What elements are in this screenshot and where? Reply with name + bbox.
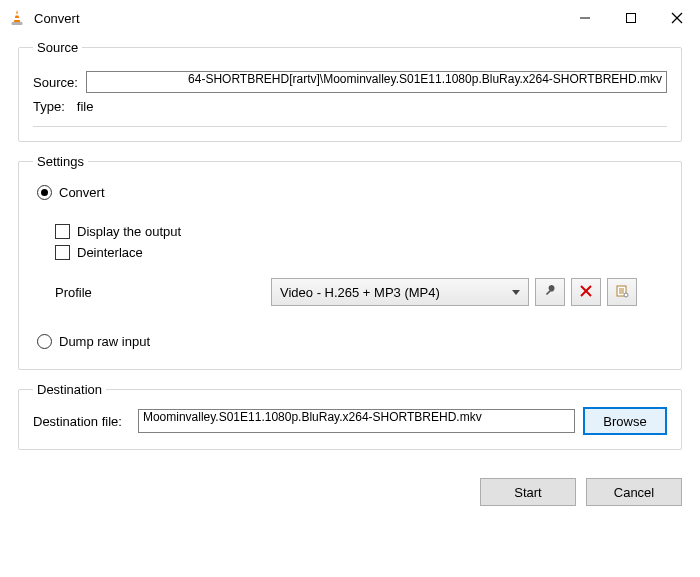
- window-title: Convert: [34, 11, 562, 26]
- new-profile-icon: [615, 284, 629, 301]
- maximize-button[interactable]: [608, 2, 654, 34]
- settings-group: Settings Convert Display the output Dein…: [18, 154, 682, 370]
- convert-radio-label: Convert: [59, 185, 105, 200]
- start-button-label: Start: [514, 485, 541, 500]
- svg-line-7: [672, 13, 682, 23]
- close-button[interactable]: [654, 2, 700, 34]
- minimize-button[interactable]: [562, 2, 608, 34]
- profile-edit-button[interactable]: [535, 278, 565, 306]
- dump-raw-label: Dump raw input: [59, 334, 150, 349]
- source-input[interactable]: 64-SHORTBREHD[rartv]\Moominvalley.S01E11…: [86, 71, 667, 93]
- checkbox-icon: [55, 224, 70, 239]
- window-controls: [562, 2, 700, 34]
- titlebar: Convert: [0, 0, 700, 36]
- profile-value: Video - H.265 + MP3 (MP4): [280, 285, 440, 300]
- svg-line-6: [672, 13, 682, 23]
- radio-selected-icon: [37, 185, 52, 200]
- dump-raw-radio[interactable]: Dump raw input: [37, 334, 667, 349]
- delete-x-icon: [580, 285, 592, 300]
- radio-unselected-icon: [37, 334, 52, 349]
- display-output-label: Display the output: [77, 224, 181, 239]
- destination-file-input[interactable]: Moominvalley.S01E11.1080p.BluRay.x264-SH…: [138, 409, 575, 433]
- svg-rect-3: [12, 22, 23, 25]
- type-label: Type:: [33, 99, 65, 114]
- vlc-icon: [8, 9, 26, 27]
- start-button[interactable]: Start: [480, 478, 576, 506]
- settings-legend: Settings: [33, 154, 88, 169]
- svg-marker-0: [14, 10, 21, 23]
- svg-rect-2: [14, 18, 20, 20]
- browse-button-label: Browse: [603, 414, 646, 429]
- wrench-icon: [543, 284, 557, 301]
- deinterlace-label: Deinterlace: [77, 245, 143, 260]
- profile-combobox[interactable]: Video - H.265 + MP3 (MP4): [271, 278, 529, 306]
- svg-rect-5: [627, 14, 636, 23]
- deinterlace-checkbox[interactable]: Deinterlace: [55, 245, 667, 260]
- profile-delete-button[interactable]: [571, 278, 601, 306]
- checkbox-icon: [55, 245, 70, 260]
- source-label: Source:: [33, 75, 78, 90]
- convert-radio[interactable]: Convert: [37, 185, 667, 200]
- source-divider: [33, 126, 667, 127]
- profile-label: Profile: [55, 285, 265, 300]
- destination-legend: Destination: [33, 382, 106, 397]
- svg-point-14: [624, 293, 628, 297]
- display-output-checkbox[interactable]: Display the output: [55, 224, 667, 239]
- browse-button[interactable]: Browse: [583, 407, 667, 435]
- profile-new-button[interactable]: [607, 278, 637, 306]
- source-legend: Source: [33, 40, 82, 55]
- destination-file-label: Destination file:: [33, 414, 122, 429]
- type-value: file: [77, 99, 94, 114]
- svg-rect-1: [15, 14, 19, 16]
- source-group: Source Source: 64-SHORTBREHD[rartv]\Moom…: [18, 40, 682, 142]
- dialog-footer: Start Cancel: [0, 476, 700, 506]
- cancel-button-label: Cancel: [614, 485, 654, 500]
- cancel-button[interactable]: Cancel: [586, 478, 682, 506]
- destination-group: Destination Destination file: Moominvall…: [18, 382, 682, 450]
